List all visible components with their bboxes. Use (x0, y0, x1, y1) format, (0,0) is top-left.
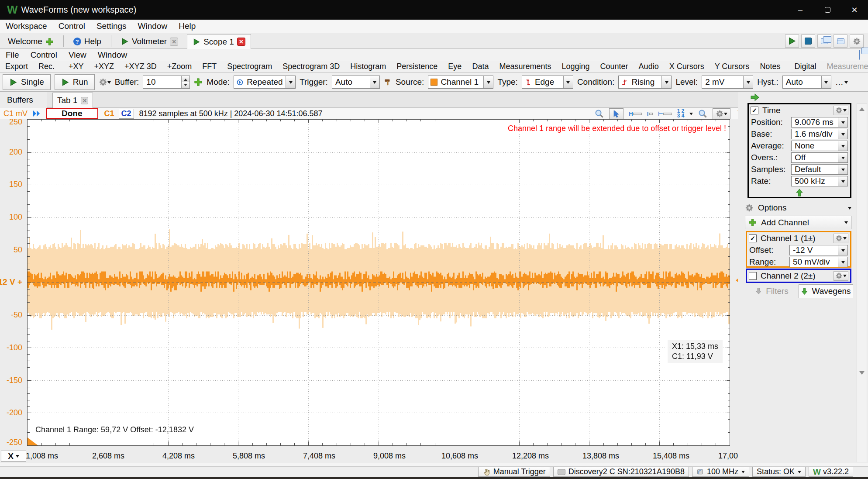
horizontal-measure-icon[interactable]: H (629, 108, 641, 119)
menu-settings[interactable]: Settings (91, 21, 132, 31)
more-options-button[interactable]: … (835, 77, 848, 87)
samples-select[interactable]: Default (791, 164, 848, 175)
workspace-settings-button[interactable] (850, 34, 864, 48)
view-fft[interactable]: FFT (197, 62, 222, 71)
offset-select[interactable]: -12 V (789, 245, 848, 255)
oversampling-select[interactable]: Off (791, 152, 848, 163)
mode-select[interactable]: Repeated (234, 76, 296, 89)
view-logging[interactable]: Logging (556, 62, 595, 71)
manual-trigger-button[interactable]: Manual Trigger (478, 467, 550, 477)
view-counter[interactable]: Counter (595, 62, 634, 71)
close-tab-icon[interactable]: ✕ (170, 38, 178, 46)
view-zoom[interactable]: +Zoom (162, 62, 197, 71)
view-notes[interactable]: Notes (754, 62, 785, 71)
base-select[interactable]: 1.6 ms/div (791, 129, 848, 139)
tab-wavegens[interactable]: Wavegens (799, 284, 853, 298)
options-row[interactable]: Options (745, 202, 851, 214)
close-tab-icon[interactable]: ✕ (237, 38, 245, 46)
type-select[interactable]: Edge (522, 76, 573, 89)
c2-badge[interactable]: C2 (119, 109, 134, 119)
channel2-settings-button[interactable] (834, 271, 848, 281)
c1-badge[interactable]: C1 (104, 109, 114, 118)
view-rec[interactable]: Rec. (33, 62, 60, 71)
single-button[interactable]: Single (3, 74, 51, 90)
stop-all-button[interactable] (801, 34, 815, 48)
panel-scrollbar[interactable] (857, 103, 867, 464)
scope-menu-window[interactable]: Window (92, 50, 133, 60)
clock-button[interactable]: 100 MHz (692, 467, 749, 477)
chevron-down-icon[interactable] (689, 113, 693, 117)
scope-menu-file[interactable]: File (0, 50, 25, 60)
tab-1[interactable]: Tab 1 ✕ (52, 93, 93, 108)
view-audio[interactable]: Audio (634, 62, 664, 71)
view-xyz3d[interactable]: +XYZ 3D (119, 62, 162, 71)
panel-collapse-icon[interactable] (750, 93, 760, 102)
scroll-up-button[interactable] (857, 103, 867, 112)
channel1-checkbox[interactable]: ✓ (749, 234, 757, 242)
channel2-checkbox[interactable] (749, 272, 757, 280)
view-xy[interactable]: +XY (63, 62, 89, 71)
channel1-settings-button[interactable] (834, 234, 848, 243)
zoom-fit-icon[interactable] (698, 108, 707, 119)
view-eye[interactable]: Eye (443, 62, 467, 71)
plot-settings-button[interactable] (713, 108, 730, 119)
view-digital[interactable]: Digital (789, 62, 821, 71)
expand-chevrons-icon[interactable] (32, 110, 41, 117)
position-select[interactable]: 9.0076 ms (791, 117, 848, 128)
close-button[interactable]: ✕ (841, 0, 868, 20)
x-axis-button[interactable]: X (1, 451, 26, 462)
source-select[interactable]: Channel 1 (428, 76, 493, 89)
view-export[interactable]: Export (0, 62, 33, 71)
waveform-canvas[interactable] (28, 120, 730, 445)
minimize-button[interactable]: – (787, 0, 814, 20)
view-spectrogram[interactable]: Spectrogram (222, 62, 277, 71)
manual-trigger-icon[interactable] (384, 78, 392, 86)
tab-welcome[interactable]: Welcome (3, 34, 59, 48)
pointer-tool-button[interactable] (609, 108, 623, 119)
tab-scope1[interactable]: Scope 1 ✕ (187, 34, 251, 49)
axis-unit-label[interactable]: C1 mV (3, 109, 28, 118)
spin-up-button[interactable] (182, 76, 189, 82)
add-channel-button[interactable]: Add Channel (745, 216, 851, 229)
zoom-x1-icon[interactable] (595, 108, 604, 119)
scope-menu-view[interactable]: View (63, 50, 92, 60)
undock-window-button[interactable] (859, 50, 860, 60)
average-select[interactable]: None (791, 141, 848, 151)
maximize-button[interactable] (814, 0, 841, 20)
buffer-stepper[interactable]: 10 (143, 76, 190, 89)
time-settings-button[interactable] (834, 106, 848, 115)
view-xcursors[interactable]: X Cursors (664, 62, 710, 71)
tab-voltmeter[interactable]: Voltmeter ✕ (116, 34, 183, 48)
rate-up-icon[interactable] (749, 188, 850, 197)
spin-down-button[interactable] (182, 82, 189, 88)
level-select[interactable]: 2 mV (702, 76, 753, 89)
close-tab-icon[interactable]: ✕ (81, 97, 88, 104)
menu-control[interactable]: Control (53, 21, 91, 31)
view-spectrogram3d[interactable]: Spectrogram 3D (277, 62, 345, 71)
add-buffer-icon[interactable] (194, 78, 203, 86)
quad-view-icon[interactable]: 1 23 4 (677, 108, 685, 119)
menu-workspace[interactable]: Workspace (0, 21, 53, 31)
menu-help[interactable]: Help (173, 21, 201, 31)
range-select[interactable]: 50 mV/div (789, 257, 848, 267)
hysteresis-select[interactable]: Auto (782, 76, 831, 89)
tab-help[interactable]: ? Help (68, 34, 107, 48)
scope-menu-control[interactable]: Control (25, 50, 63, 60)
view-ycursors[interactable]: Y Cursors (710, 62, 755, 71)
vertical-measure-icon[interactable]: I (647, 108, 653, 119)
view-histogram[interactable]: Histogram (345, 62, 391, 71)
view-data[interactable]: Data (467, 62, 494, 71)
rate-select[interactable]: 500 kHz (791, 176, 848, 186)
tab-filters[interactable]: Filters (745, 284, 799, 298)
version-button[interactable]: W v3.22.2 (809, 467, 853, 477)
scroll-down-button[interactable] (857, 370, 867, 379)
view-measurements[interactable]: Measurements (494, 62, 556, 71)
buffer-settings-button[interactable] (99, 78, 111, 86)
condition-select[interactable]: Rising (618, 76, 672, 89)
view-xyz[interactable]: +XYZ (89, 62, 120, 71)
device-button[interactable]: Discovery2 C SN:210321A190B8 (553, 467, 689, 477)
cascade-windows-button[interactable] (817, 34, 831, 48)
run-button[interactable]: Run (55, 74, 95, 90)
view-persistence[interactable]: Persistence (391, 62, 443, 71)
run-all-button[interactable] (785, 34, 799, 48)
